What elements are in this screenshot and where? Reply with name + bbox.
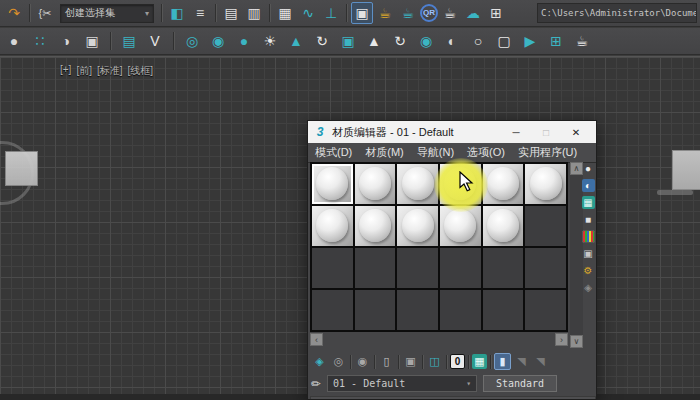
material-slot-2-5[interactable] xyxy=(525,248,566,288)
render-setup-icon[interactable]: ▣ xyxy=(351,2,373,24)
selection-set-dropdown[interactable]: 创建选择集▾ xyxy=(60,4,154,23)
horizontal-scrollbar[interactable]: ‹ › xyxy=(310,333,568,347)
rendered-frame-window-icon[interactable]: ☕ xyxy=(397,2,419,24)
backlight-icon[interactable]: ◐ xyxy=(582,179,595,192)
viewport-label-segment[interactable]: [+] xyxy=(60,64,71,78)
camera-icon[interactable]: ◎ xyxy=(181,30,203,52)
ribbon-icon[interactable]: ▦ xyxy=(274,2,296,24)
close-button[interactable]: ✕ xyxy=(561,121,591,143)
redo-icon[interactable]: ↷ xyxy=(3,2,25,24)
material-slot-0-0[interactable] xyxy=(312,164,353,204)
menu-item-3[interactable]: 选项(O) xyxy=(467,145,505,160)
material-slot-2-4[interactable] xyxy=(483,248,524,288)
material-slot-3-0[interactable] xyxy=(312,290,353,330)
color-dots-icon[interactable]: ∷ xyxy=(29,30,51,52)
go-to-parent-icon[interactable]: ◥ xyxy=(513,353,530,370)
menu-item-2[interactable]: 导航(N) xyxy=(417,145,454,160)
scroll-right-button[interactable]: › xyxy=(555,333,568,346)
curve-editor-icon[interactable]: ∿ xyxy=(297,2,319,24)
viewport-label-segment[interactable]: [标准] xyxy=(97,64,123,78)
material-editor-titlebar[interactable]: 3 材质编辑器 - 01 - Default ─ □ ✕ xyxy=(308,121,596,143)
material-slot-0-1[interactable] xyxy=(355,164,396,204)
scroll-down-button[interactable]: ∨ xyxy=(570,335,583,348)
scene-explorer-icon[interactable]: ▥ xyxy=(243,2,265,24)
material-slot-3-1[interactable] xyxy=(355,290,396,330)
menu-item-1[interactable]: 材质(M) xyxy=(365,145,404,160)
material-slot-0-2[interactable] xyxy=(397,164,438,204)
video-color-check-icon[interactable] xyxy=(582,230,595,243)
region-play-icon[interactable]: ▶ xyxy=(519,30,541,52)
material-name-dropdown[interactable]: 01 - Default ▾ xyxy=(327,375,477,392)
material-slot-3-5[interactable] xyxy=(525,290,566,330)
material-id-channel-icon[interactable]: 0 xyxy=(450,354,465,369)
menu-item-4[interactable]: 实用程序(U) xyxy=(518,145,577,160)
viewport-layout-icon[interactable]: ⊞ xyxy=(485,2,507,24)
bulb-outline-icon[interactable]: ○ xyxy=(467,30,489,52)
render-production-teapot-icon[interactable]: ☕ xyxy=(439,2,461,24)
fire-ring-icon[interactable]: ↻ xyxy=(389,30,411,52)
sun-light-icon[interactable]: ☀ xyxy=(259,30,281,52)
material-sphere-icon[interactable]: ● xyxy=(3,30,25,52)
render-teapot-gear-icon[interactable]: ☕ xyxy=(374,2,396,24)
material-slot-2-0[interactable] xyxy=(312,248,353,288)
make-preview-icon[interactable]: ▣ xyxy=(582,247,595,260)
layer-manager-icon[interactable]: ▤ xyxy=(220,2,242,24)
light-bulb-icon[interactable]: ● xyxy=(233,30,255,52)
assign-to-selection-icon[interactable]: ◉ xyxy=(354,353,371,370)
plane-light-icon[interactable]: ▲ xyxy=(285,30,307,52)
maximize-button[interactable]: □ xyxy=(531,121,561,143)
minimize-button[interactable]: ─ xyxy=(501,121,531,143)
asset-browser-icon[interactable]: ▤ xyxy=(118,30,140,52)
crosshair-icon[interactable]: ⊞ xyxy=(545,30,567,52)
sample-type-sphere-icon[interactable]: ● xyxy=(582,162,595,175)
go-forward-icon[interactable]: ◥ xyxy=(532,353,549,370)
physical-camera-icon[interactable]: ◉ xyxy=(207,30,229,52)
material-slot-1-1[interactable] xyxy=(355,206,396,246)
reset-map-icon[interactable]: ▯ xyxy=(378,353,395,370)
show-end-result-icon[interactable]: ▮ xyxy=(494,353,511,370)
select-by-material-icon[interactable]: ◈ xyxy=(582,281,595,294)
safe-frame-icon[interactable]: ▢ xyxy=(493,30,515,52)
material-slot-3-4[interactable] xyxy=(483,290,524,330)
sample-uv-tiling-icon[interactable]: ■ xyxy=(582,213,595,226)
material-slot-3-2[interactable] xyxy=(397,290,438,330)
material-slot-2-2[interactable] xyxy=(397,248,438,288)
viewport-label-segment[interactable]: [前] xyxy=(76,64,92,78)
scroll-left-button[interactable]: ‹ xyxy=(310,333,323,346)
pick-material-eyedropper-icon[interactable]: ✏ xyxy=(311,377,321,391)
material-slot-0-4[interactable] xyxy=(483,164,524,204)
mirror-icon[interactable]: ◧ xyxy=(166,2,188,24)
project-path-field[interactable]: C:\Users\Administrator\Documen xyxy=(537,3,697,23)
environment-doc-icon[interactable]: ▣ xyxy=(337,30,359,52)
align-icon[interactable]: ≡ xyxy=(189,2,211,24)
material-slot-3-3[interactable] xyxy=(440,290,481,330)
material-slot-1-5[interactable] xyxy=(525,206,566,246)
palette-icon[interactable]: ◑ xyxy=(55,30,77,52)
tree-doc-icon[interactable]: ▲ xyxy=(363,30,385,52)
material-slot-0-3[interactable] xyxy=(440,164,481,204)
make-copy-icon[interactable]: ▣ xyxy=(402,353,419,370)
material-slot-1-3[interactable] xyxy=(440,206,481,246)
material-type-button[interactable]: Standard xyxy=(483,375,557,392)
viewport-label-segment[interactable]: [线框] xyxy=(128,64,154,78)
material-slot-2-3[interactable] xyxy=(440,248,481,288)
options-icon[interactable]: ⚙ xyxy=(582,264,595,277)
shader-basic-params-rollout[interactable]: 明暗器基本参数 xyxy=(310,396,596,400)
teapot-outline-icon[interactable]: ☕ xyxy=(571,30,593,52)
material-slot-0-5[interactable] xyxy=(525,164,566,204)
get-material-icon[interactable]: ◈ xyxy=(311,353,328,370)
vray-icon[interactable]: V xyxy=(144,30,166,52)
render-cloud-icon[interactable]: ☁ xyxy=(462,2,484,24)
material-slot-2-1[interactable] xyxy=(355,248,396,288)
show-in-viewport-icon[interactable]: ▦ xyxy=(472,354,487,369)
background-icon[interactable]: ▦ xyxy=(582,196,595,209)
put-to-scene-icon[interactable]: ◎ xyxy=(330,353,347,370)
material-slot-1-2[interactable] xyxy=(397,206,438,246)
palette2-icon[interactable]: ◐ xyxy=(441,30,463,52)
dome-refresh-icon[interactable]: ↻ xyxy=(311,30,333,52)
material-slot-1-4[interactable] xyxy=(483,206,524,246)
put-to-library-icon[interactable]: ◫ xyxy=(426,353,443,370)
globe-doc-icon[interactable]: ◉ xyxy=(415,30,437,52)
menu-item-0[interactable]: 模式(D) xyxy=(315,145,352,160)
material-slot-1-0[interactable] xyxy=(312,206,353,246)
